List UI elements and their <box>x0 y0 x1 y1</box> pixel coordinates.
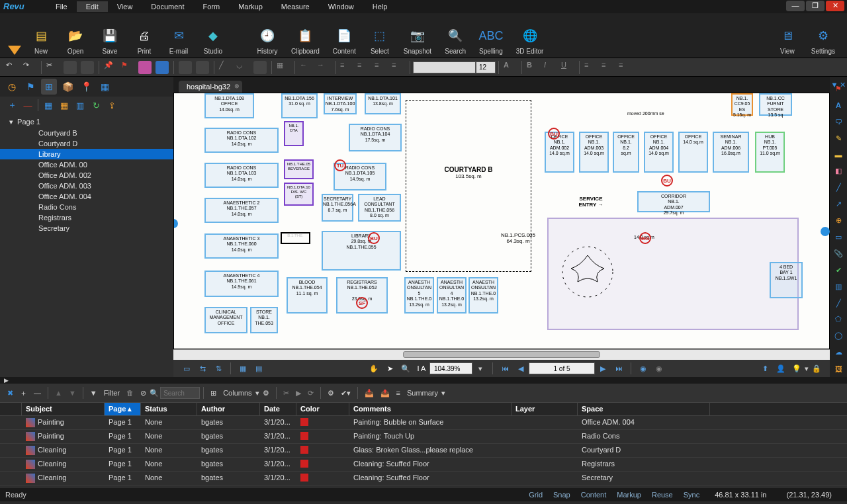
column-header-color[interactable]: Color <box>296 403 349 415</box>
ribbon-studio[interactable]: ◆Studio <box>202 16 224 55</box>
left-scroll-handle[interactable] <box>173 219 178 228</box>
redo-button[interactable]: ↷ <box>23 61 36 74</box>
ellipse-tool[interactable]: ◯ <box>832 329 845 342</box>
table-row[interactable]: CleaningPage 1Nonebgates3/1/20...Cleanin… <box>0 458 847 472</box>
nav-lock-button[interactable]: 🔒 <box>810 362 823 375</box>
next-page-button[interactable]: ▶ <box>596 362 609 375</box>
ribbon-snapshot[interactable]: 📷Snapshot <box>404 16 431 55</box>
space-export-button[interactable]: ⇪ <box>106 99 118 111</box>
markup-import-button[interactable]: 📥 <box>361 386 377 399</box>
scrollbar-thumb[interactable] <box>403 351 600 358</box>
hatch-tool[interactable]: ▦ <box>277 61 290 74</box>
tree-node[interactable]: Office ADM. 004 <box>0 191 173 202</box>
ribbon-open[interactable]: 📂Open <box>65 16 86 55</box>
ribbon-clipboard[interactable]: 📋Clipboard <box>291 16 320 55</box>
paste-button[interactable] <box>81 61 94 74</box>
markup-check-button[interactable]: ✔▾ <box>337 386 354 399</box>
status-toggle-sync[interactable]: Sync <box>684 491 699 499</box>
space-refresh-button[interactable]: ↻ <box>90 99 102 111</box>
pen-tool[interactable]: ✎ <box>832 132 845 145</box>
markup-search-input[interactable] <box>160 387 200 399</box>
column-header-comments[interactable]: Comments <box>349 403 512 415</box>
clip-tool[interactable]: 📎 <box>832 247 845 260</box>
tree-node[interactable]: Registrars <box>0 212 173 223</box>
align-right-button[interactable]: ≡ <box>375 61 388 74</box>
tree-node[interactable]: Library <box>0 149 173 159</box>
filter-clear-button[interactable]: ⊘ <box>137 386 150 399</box>
column-header-page[interactable]: Page ▴ <box>105 403 141 415</box>
align-dist-button[interactable]: ≡ <box>392 61 405 74</box>
add-space-button[interactable]: ＋ <box>6 99 18 111</box>
cut-button[interactable]: ✂ <box>46 61 60 74</box>
dimension-tool[interactable]: ⊕ <box>832 214 845 227</box>
menu-markup[interactable]: Markup <box>229 1 272 12</box>
status-toggle-snap[interactable]: Snap <box>553 491 570 499</box>
note-tool[interactable]: 🗨 <box>832 116 845 128</box>
tree-node[interactable]: Secretary <box>0 223 173 233</box>
ribbon-e-mail[interactable]: ✉E-mail <box>168 16 189 55</box>
columns-settings-button[interactable]: ⚙ <box>259 386 273 399</box>
markup-panel-toggle[interactable]: ✖ <box>4 386 17 399</box>
panel-toggle-arrow[interactable] <box>8 16 21 55</box>
horizontal-scrollbar[interactable] <box>173 349 830 360</box>
ribbon-search[interactable]: 🔍Search <box>445 16 466 55</box>
markup-down-button[interactable]: ▼ <box>66 386 79 399</box>
marker-bu[interactable]: BU <box>548 128 560 140</box>
left-tab-flag[interactable]: ⚑ <box>22 79 38 95</box>
status-toggle-content[interactable]: Content <box>581 491 607 499</box>
zoom-level-input[interactable] <box>429 362 472 374</box>
pan-tool[interactable]: ✋ <box>367 362 380 375</box>
copy-button[interactable] <box>64 61 77 74</box>
menu-help[interactable]: Help <box>363 1 397 12</box>
panel-divider[interactable]: ▶ <box>0 377 847 384</box>
column-header-status[interactable]: Status <box>141 403 197 415</box>
columns-icon[interactable]: ⊞ <box>207 386 220 399</box>
align-left-button[interactable]: ≡ <box>340 61 353 74</box>
remove-space-button[interactable]: — <box>22 99 34 111</box>
nav-bookmark-button[interactable]: ⬆ <box>758 362 772 375</box>
paint-button[interactable] <box>138 61 152 74</box>
nav-fwd-button[interactable]: ◉ <box>652 362 666 375</box>
ribbon-save[interactable]: 💾Save <box>99 16 120 55</box>
zoom-tool[interactable]: 🔍 <box>399 362 412 375</box>
arrow-left-icon[interactable]: ← <box>300 61 313 74</box>
document-tab[interactable]: hospital-bg32 ⊗ <box>179 81 242 93</box>
markup-paste-button[interactable]: ▶ <box>292 386 304 399</box>
highlight-tool[interactable]: ▬ <box>832 149 845 161</box>
view-split-h-button[interactable]: ⇆ <box>196 362 209 375</box>
markup-add-button[interactable]: ＋ <box>17 386 30 399</box>
flag-button[interactable]: ⚑ <box>121 61 134 74</box>
summary-button[interactable]: Summary <box>404 386 441 399</box>
column-header-space[interactable]: Space <box>578 403 710 415</box>
close-tab-icon[interactable]: ⊗ <box>234 83 240 89</box>
undo-button[interactable]: ↶ <box>6 61 19 74</box>
columns-button[interactable]: Columns <box>220 386 255 399</box>
align-center-button[interactable]: ≡ <box>357 61 371 74</box>
markup-gear-button[interactable]: ⚙ <box>324 386 337 399</box>
tree-node[interactable]: Office ADM. 002 <box>0 170 173 181</box>
page-indicator[interactable] <box>529 362 595 374</box>
image-tool[interactable]: 🖼 <box>832 362 845 375</box>
column-header-subject[interactable]: Subject <box>22 403 105 415</box>
markup-cut-button[interactable]: ✂ <box>280 386 292 399</box>
menu-window[interactable]: Window <box>319 1 363 12</box>
menu-view[interactable]: View <box>108 1 142 12</box>
marker-bu[interactable]: BU <box>661 175 673 187</box>
left-tab-package[interactable]: 📦 <box>60 79 75 95</box>
shape-tool[interactable] <box>253 61 267 74</box>
marker-sf[interactable]: SF <box>356 297 368 309</box>
filter-icon[interactable]: ▼ <box>87 386 101 399</box>
column-header-author[interactable]: Author <box>197 403 260 415</box>
marker-bu[interactable]: BU <box>368 232 380 244</box>
left-tab-grid[interactable]: ▦ <box>97 79 112 95</box>
status-toggle-reuse[interactable]: Reuse <box>652 491 673 499</box>
font-color-button[interactable]: A <box>504 61 517 74</box>
last-page-button[interactable]: ⏭ <box>612 362 625 375</box>
column-header-layer[interactable]: Layer <box>512 403 578 415</box>
menu-edit[interactable]: Edit <box>77 1 108 12</box>
filter-button[interactable]: Filter <box>101 386 123 399</box>
ribbon-new[interactable]: ▤New <box>30 16 52 55</box>
nav-back-button[interactable]: ◉ <box>637 362 650 375</box>
line-tool[interactable]: ╱ <box>219 61 232 74</box>
status-toggle-grid[interactable]: Grid <box>529 491 543 499</box>
